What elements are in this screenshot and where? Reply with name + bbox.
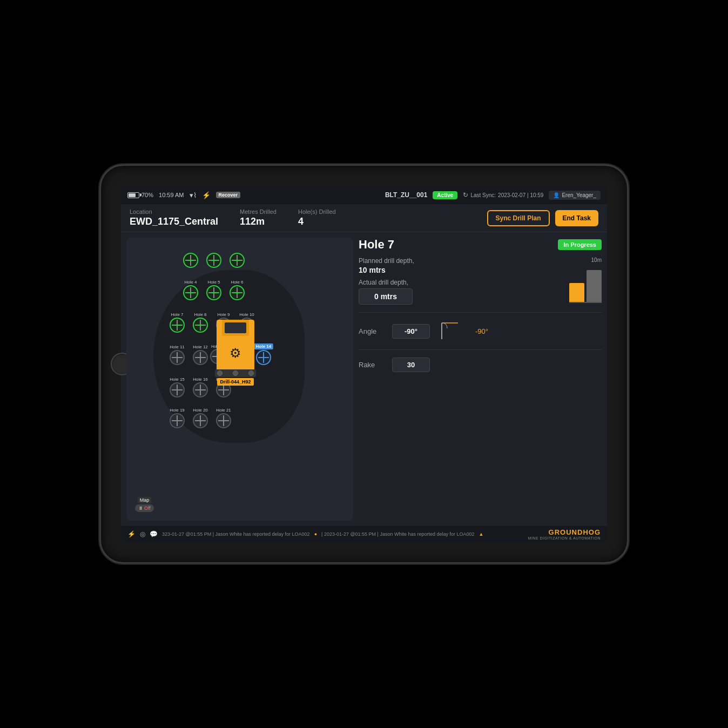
hole-circle-active[interactable]: Hole 14 — [256, 350, 271, 365]
hole-label: Hole 4 — [184, 280, 197, 285]
hole-circle-completed[interactable] — [206, 285, 221, 300]
drill-map[interactable]: Hole 4 Hole 5 Hole 6 — [126, 238, 353, 521]
username: Eren_Yeager_ — [562, 192, 596, 198]
header-row: Location EWD_1175_Central Metres Drilled… — [121, 204, 607, 232]
angle-label: Angle — [359, 327, 386, 335]
angle-visual — [436, 320, 469, 342]
sync-icon: ↻ — [463, 191, 468, 199]
list-item[interactable]: Hole 15 — [170, 377, 185, 397]
angle-section: Angle -90° — [359, 320, 602, 342]
hole-circle-completed[interactable] — [170, 318, 185, 333]
message-icon: 💬 — [150, 530, 158, 538]
wifi-icon: ▾⌇ — [190, 191, 197, 199]
hole-circle[interactable] — [193, 413, 208, 428]
hole-label: Hole 11 — [170, 345, 185, 349]
location-value: EWD_1175_Central — [130, 216, 218, 227]
actual-depth-label: Actual drill depth, — [359, 279, 569, 286]
metres-value: 112m — [240, 216, 277, 227]
end-task-button[interactable]: End Task — [555, 210, 598, 226]
recover-badge: Recover — [216, 192, 241, 198]
location-icon: ◎ — [140, 530, 145, 538]
rig-cab — [225, 322, 246, 333]
sync-info: ↻ Last Sync: 2023-02-07 | 10:59 — [463, 191, 543, 199]
hole-circle[interactable] — [193, 382, 208, 397]
depth-info: Planned drill depth, 10 mtrs Actual dril… — [359, 257, 569, 305]
drill-name-tag: Drill-044_H92 — [217, 378, 253, 386]
hole-label: Hole 5 — [207, 280, 220, 285]
map-label: Map — [138, 497, 152, 503]
list-item[interactable]: Hole 5 — [206, 280, 221, 300]
list-item[interactable]: Hole 21 — [216, 408, 231, 428]
planned-depth-value: 10 mtrs — [359, 266, 569, 274]
hole-label: Hole 6 — [231, 280, 243, 285]
list-item[interactable] — [183, 253, 198, 268]
battery-icon — [127, 192, 139, 198]
list-item[interactable]: Hole 16 — [193, 377, 208, 397]
alert-icon: ▲ — [479, 531, 484, 537]
map-toggle[interactable]: Map ⏸ Off — [135, 497, 154, 512]
location-label: Location — [130, 208, 218, 215]
bar-actual — [587, 270, 602, 302]
hole-circle-completed[interactable] — [206, 253, 221, 268]
holes-value: 4 — [298, 216, 336, 227]
hole-label: Hole 15 — [170, 377, 185, 382]
status-bar: 70% 10:59 AM ▾⌇ ⚡ Recover BLT_ZU__001 Ac… — [121, 186, 607, 204]
logo-main-text: GROUNDHOG — [549, 528, 601, 536]
list-item[interactable]: Hole 4 — [183, 280, 198, 300]
drill-rig: ⚙ Drill-044_H92 — [214, 320, 257, 386]
sync-drill-plan-button[interactable]: Sync Drill Plan — [487, 210, 550, 226]
hole-circle[interactable] — [170, 350, 185, 365]
list-item[interactable]: Hole 11 — [170, 345, 185, 365]
list-item[interactable]: Hole 20 — [193, 408, 208, 428]
hole-circle-completed[interactable] — [230, 253, 245, 268]
holes-block: Hole(s) Drilled 4 — [298, 208, 336, 227]
hole-header: Hole 7 In Progress — [359, 238, 602, 252]
hole-circle-completed[interactable] — [230, 285, 245, 300]
metres-block: Metres Drilled 112m — [240, 208, 277, 227]
list-item[interactable]: Hole 14 Hole 14 — [256, 345, 271, 365]
depth-chart — [569, 264, 602, 302]
toggle-state: Off — [144, 505, 151, 511]
right-panel: Hole 7 In Progress Planned drill depth, … — [359, 238, 602, 521]
user-icon: 👤 — [553, 192, 560, 198]
logo-sub-text: MINE DIGITIZATION & AUTOMATION — [528, 536, 601, 540]
list-item[interactable]: Hole 6 — [230, 280, 245, 300]
tablet-device: 70% 10:59 AM ▾⌇ ⚡ Recover BLT_ZU__001 Ac… — [99, 164, 629, 564]
list-item[interactable]: Hole 19 — [170, 408, 185, 428]
hole-circle-completed[interactable] — [183, 253, 198, 268]
notification-1: 323-01-27 @01:55 PM | Jason White has re… — [162, 531, 310, 537]
hole-title: Hole 7 — [359, 238, 394, 252]
location-block: Location EWD_1175_Central — [130, 208, 218, 227]
hole-circle[interactable] — [216, 413, 231, 428]
sync-label: Last Sync: — [470, 192, 496, 198]
actual-depth-input[interactable] — [359, 288, 413, 305]
bar-planned — [569, 283, 584, 302]
share-icon: ⚡ — [127, 530, 136, 538]
notification-2: | 2023-01-27 @01:55 PM | Jason White has… — [321, 531, 474, 537]
angle-svg — [436, 320, 469, 342]
main-content: Hole 4 Hole 5 Hole 6 — [121, 232, 607, 526]
hole-label: Hole 16 — [193, 377, 208, 382]
list-item[interactable] — [206, 253, 221, 268]
notification-dot: ● — [314, 531, 317, 537]
divider-1 — [359, 312, 602, 313]
hole-circle[interactable] — [170, 382, 185, 397]
chart-height-label: 10m — [591, 257, 602, 263]
rake-input[interactable] — [392, 358, 430, 372]
hole-label: Hole 12 — [193, 345, 208, 349]
hole-circle[interactable] — [170, 413, 185, 428]
angle-input[interactable] — [392, 324, 430, 339]
map-toggle-button[interactable]: ⏸ Off — [135, 504, 154, 512]
header-actions: Sync Drill Plan End Task — [487, 210, 599, 226]
hole-circle-completed[interactable] — [183, 285, 198, 300]
hole-circle[interactable] — [193, 350, 208, 365]
list-item[interactable]: Hole 7 — [170, 312, 185, 333]
list-item[interactable] — [230, 253, 245, 268]
list-item[interactable]: Hole 12 — [193, 345, 208, 365]
user-badge[interactable]: 👤 Eren_Yeager_ — [549, 191, 601, 200]
hole-circle-completed[interactable] — [193, 318, 208, 333]
list-item[interactable]: Hole 8 — [193, 312, 208, 333]
groundhog-logo: GROUNDHOG MINE DIGITIZATION & AUTOMATION — [528, 528, 601, 540]
rake-section: Rake — [359, 358, 602, 372]
device-id: BLT_ZU__001 — [385, 191, 427, 199]
